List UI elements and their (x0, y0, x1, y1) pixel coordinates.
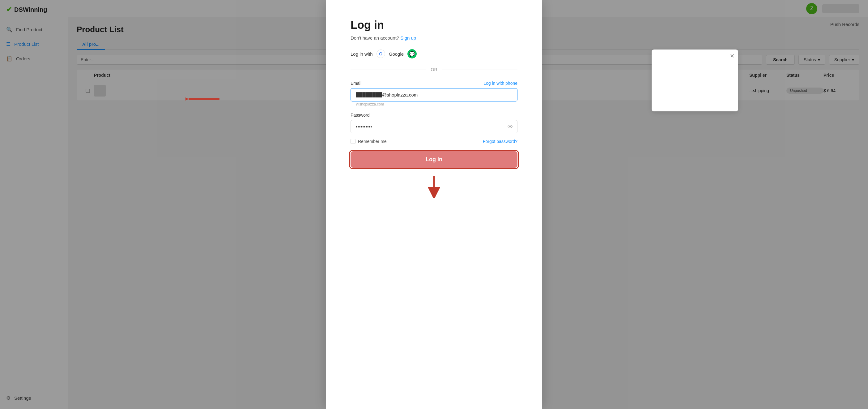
email-input-wrapper (350, 88, 518, 101)
modal-subtitle: Don't have an account? Sign up (350, 35, 518, 40)
field-header: Email Log in with phone (350, 81, 518, 86)
remember-me-checkbox[interactable] (350, 139, 355, 144)
field-header-password: Password (350, 113, 518, 118)
password-label: Password (350, 113, 369, 118)
password-input-wrapper: 👁 (350, 120, 518, 133)
login-with-row: Log in with G Google 💬 (350, 49, 518, 58)
email-label: Email (350, 81, 361, 86)
google-icon: G (376, 50, 385, 58)
login-modal: Log in Don't have an account? Sign up Lo… (326, 0, 542, 409)
login-with-phone-link[interactable]: Log in with phone (484, 81, 518, 86)
wechat-icon[interactable]: 💬 (407, 49, 417, 58)
google-label[interactable]: Google (389, 51, 404, 57)
remember-me-label: Remember me (358, 139, 387, 144)
small-popup-close[interactable]: ✕ (730, 53, 735, 59)
small-popup: ✕ (652, 50, 738, 111)
password-input[interactable] (350, 120, 518, 133)
password-field-row: Password 👁 (350, 113, 518, 133)
email-input[interactable] (350, 88, 518, 101)
modal-title: Log in (350, 19, 518, 32)
toggle-password-icon[interactable]: 👁 (507, 123, 513, 130)
or-divider: OR (350, 67, 518, 72)
signup-link[interactable]: Sign up (400, 35, 416, 40)
login-button[interactable]: Log in (350, 151, 518, 168)
remember-row: Remember me Forgot password? (350, 139, 518, 144)
forgot-password-link[interactable]: Forgot password? (483, 139, 518, 144)
remember-left: Remember me (350, 139, 387, 144)
arrow-down-container (350, 176, 518, 198)
email-hint: @shoplazza.com (350, 101, 518, 107)
email-field-row: Email Log in with phone @shoplazza.com (350, 81, 518, 107)
arrow-up-icon (425, 176, 443, 198)
